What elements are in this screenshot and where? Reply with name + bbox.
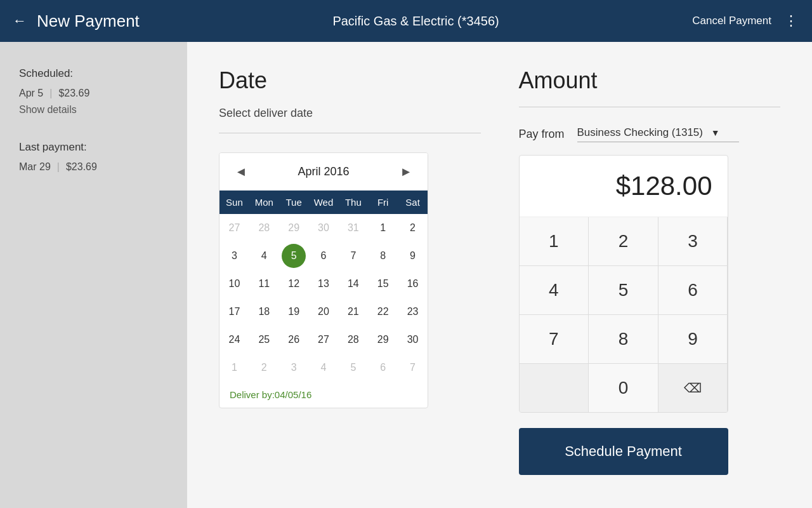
- keypad-key-8[interactable]: 8: [589, 315, 658, 363]
- amount-divider: [519, 107, 781, 107]
- schedule-payment-button[interactable]: Schedule Payment: [519, 428, 728, 475]
- more-options-icon[interactable]: ⋮: [784, 13, 799, 29]
- header-actions: Cancel Payment ⋮: [692, 13, 799, 29]
- deliver-by-prefix: Deliver by:: [230, 389, 275, 400]
- keypad-key-0[interactable]: 0: [589, 364, 658, 412]
- calendar-day[interactable]: 22: [377, 300, 389, 324]
- calendar-cell-wrapper: 16: [398, 270, 428, 298]
- scheduled-date: Apr 5: [19, 88, 43, 99]
- calendar-cell-wrapper: 28: [249, 214, 279, 242]
- calendar-day[interactable]: 8: [380, 244, 386, 268]
- content-area: Date Select deliver date ◄ April 2016 ► …: [187, 42, 812, 508]
- keypad-key-9[interactable]: 9: [658, 315, 728, 363]
- calendar-day[interactable]: 23: [407, 300, 419, 324]
- keypad-backspace-button[interactable]: ⌫: [658, 364, 728, 412]
- calendar-day[interactable]: 5: [282, 244, 306, 268]
- cal-month-year: April 2016: [298, 165, 349, 178]
- calendar-cell-wrapper: 14: [338, 270, 368, 298]
- calendar-cell-wrapper: 31: [338, 214, 368, 242]
- calendar-day[interactable]: 17: [229, 300, 240, 324]
- date-divider: [219, 133, 481, 133]
- calendar-day[interactable]: 7: [350, 244, 356, 268]
- show-details-link[interactable]: Show details: [19, 104, 168, 116]
- calendar-cell-wrapper: 7: [398, 354, 428, 382]
- cal-day-header: Sun: [219, 190, 249, 214]
- pay-from-account[interactable]: Business Checking (1315) ▼: [577, 126, 739, 142]
- calendar-day[interactable]: 19: [288, 300, 299, 324]
- calendar-cell-wrapper: 30: [309, 214, 339, 242]
- calendar-day[interactable]: 18: [258, 300, 270, 324]
- calendar-day[interactable]: 28: [348, 328, 359, 352]
- keypad-key-1[interactable]: 1: [520, 217, 589, 265]
- calendar-day[interactable]: 27: [318, 328, 329, 352]
- calendar-cell-wrapper: 6: [309, 242, 339, 270]
- calendar-cell-wrapper: 30: [398, 326, 428, 354]
- cal-day-header: Wed: [309, 190, 339, 214]
- calendar-day[interactable]: 9: [410, 244, 416, 268]
- calendar-day[interactable]: 10: [229, 272, 240, 296]
- scheduled-label: Scheduled:: [19, 67, 168, 80]
- calendar-cell-wrapper: 4: [249, 242, 279, 270]
- calendar-cell-wrapper: 21: [338, 298, 368, 326]
- calendar-day[interactable]: 26: [288, 328, 299, 352]
- calendar-day[interactable]: 15: [377, 272, 389, 296]
- cal-day-header: Fri: [368, 190, 398, 214]
- last-payment-label: Last payment:: [19, 141, 168, 154]
- calendar-day[interactable]: 2: [410, 216, 416, 240]
- calendar-cell-wrapper: 20: [309, 298, 339, 326]
- calendar-cell-wrapper: 7: [338, 242, 368, 270]
- keypad-key-3[interactable]: 3: [658, 217, 728, 265]
- date-section: Date Select deliver date ◄ April 2016 ► …: [219, 67, 481, 483]
- keypad-key-4[interactable]: 4: [520, 266, 589, 314]
- amount-section: Amount Pay from Business Checking (1315)…: [519, 67, 781, 483]
- calendar-day: 7: [410, 356, 416, 380]
- calendar-day[interactable]: 14: [348, 272, 359, 296]
- calendar-day[interactable]: 24: [229, 328, 240, 352]
- calendar-day[interactable]: 6: [321, 244, 327, 268]
- calendar-day[interactable]: 16: [407, 272, 419, 296]
- calendar-day: 2: [261, 356, 267, 380]
- cal-prev-button[interactable]: ◄: [230, 162, 252, 182]
- calendar-day[interactable]: 13: [318, 272, 329, 296]
- calendar-cell-wrapper: 6: [368, 354, 398, 382]
- calendar-day[interactable]: 11: [258, 272, 270, 296]
- calendar-day: 5: [350, 356, 356, 380]
- keypad-key-6[interactable]: 6: [658, 266, 728, 314]
- calendar-day: 29: [288, 216, 299, 240]
- calendar-day[interactable]: 1: [380, 216, 386, 240]
- back-button[interactable]: ←: [13, 13, 27, 29]
- calendar-cell-wrapper: 25: [249, 326, 279, 354]
- amount-display: $128.00: [520, 156, 728, 217]
- keypad-key-5[interactable]: 5: [589, 266, 658, 314]
- date-section-subtitle: Select deliver date: [219, 107, 481, 120]
- calendar-cell-wrapper: 3: [219, 242, 249, 270]
- calendar-cell-wrapper: 4: [309, 354, 339, 382]
- calendar-day[interactable]: 21: [348, 300, 359, 324]
- last-payment-amount: $23.69: [66, 161, 97, 173]
- calendar-cell-wrapper: 1: [219, 354, 249, 382]
- calendar-day[interactable]: 3: [232, 244, 237, 268]
- cal-day-header: Sat: [398, 190, 428, 214]
- calendar-day[interactable]: 30: [407, 328, 419, 352]
- scheduled-amount: $23.69: [58, 88, 89, 99]
- cancel-payment-button[interactable]: Cancel Payment: [692, 15, 771, 27]
- scheduled-payment-row: Apr 5 | $23.69: [19, 88, 168, 99]
- calendar-day[interactable]: 29: [377, 328, 389, 352]
- calendar-cell-wrapper: 29: [279, 214, 309, 242]
- calendar-day[interactable]: 20: [318, 300, 329, 324]
- amount-section-title: Amount: [519, 67, 781, 94]
- calendar-cell-wrapper: 10: [219, 270, 249, 298]
- pay-from-label: Pay from: [519, 128, 565, 141]
- calendar-day[interactable]: 25: [258, 328, 270, 352]
- calendar-day: 30: [318, 216, 329, 240]
- calendar-cell-wrapper: 27: [219, 214, 249, 242]
- calendar-day[interactable]: 4: [261, 244, 267, 268]
- keypad-key-2[interactable]: 2: [589, 217, 658, 265]
- cal-next-button[interactable]: ►: [395, 162, 417, 182]
- calendar-day[interactable]: 12: [288, 272, 299, 296]
- pay-from-row: Pay from Business Checking (1315) ▼: [519, 126, 781, 142]
- sidebar: Scheduled: Apr 5 | $23.69 Show details L…: [0, 42, 187, 508]
- calendar-cell-wrapper: 27: [309, 326, 339, 354]
- keypad-key-7[interactable]: 7: [520, 315, 589, 363]
- keypad-empty: [520, 364, 589, 412]
